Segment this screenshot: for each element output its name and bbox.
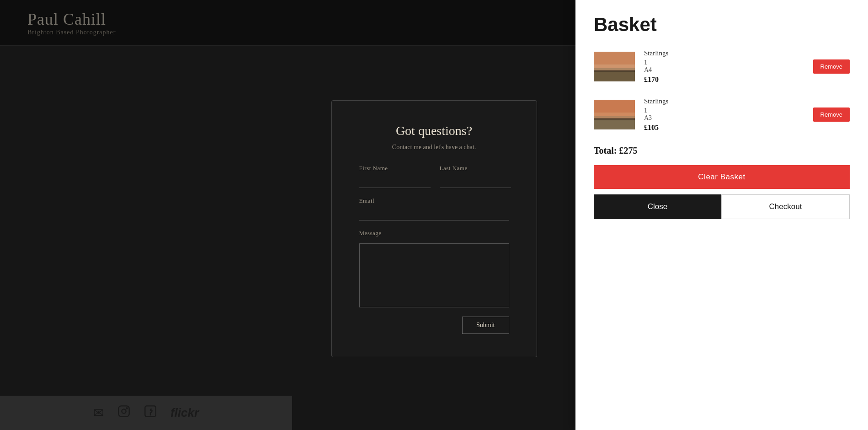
first-name-group: First Name [359, 165, 431, 188]
last-name-group: Last Name [440, 165, 511, 188]
basket-item: Starlings 1 A3 £105 Remove [594, 97, 850, 132]
flickr-icon[interactable]: flickr [170, 406, 199, 420]
starlings-a3-image [594, 100, 635, 129]
message-row: Message [359, 230, 509, 307]
basket-item-quantity: 1 [644, 59, 804, 66]
email-input[interactable] [359, 207, 509, 220]
basket-actions: Close Checkout [594, 194, 850, 219]
basket-item-size: A4 [644, 66, 804, 74]
checkout-button[interactable]: Checkout [721, 194, 850, 219]
basket-item-details: Starlings 1 A3 £105 [644, 97, 804, 132]
basket-item-price: £170 [644, 75, 804, 84]
first-name-label: First Name [359, 165, 431, 172]
site-branding: Paul Cahill Brighton Based Photographer [27, 10, 116, 36]
svg-point-1 [122, 409, 126, 413]
last-name-input[interactable] [440, 175, 511, 188]
basket-title: Basket [594, 14, 850, 36]
email-icon[interactable]: ✉ [93, 405, 104, 420]
basket-item: Starlings 1 A4 £170 Remove [594, 49, 850, 84]
basket-panel: Basket Starlings 1 A4 £170 Remove [575, 0, 868, 430]
starlings-a4-image [594, 52, 635, 81]
message-group: Message [359, 230, 509, 307]
basket-item-name: Starlings [644, 97, 804, 105]
basket-item-name: Starlings [644, 49, 804, 57]
email-label: Email [359, 197, 509, 204]
instagram-icon[interactable] [117, 405, 130, 421]
site-title: Paul Cahill [27, 10, 116, 29]
basket-item-size: A3 [644, 114, 804, 122]
basket-item-details: Starlings 1 A4 £170 [644, 49, 804, 84]
message-label: Message [359, 230, 509, 237]
close-button[interactable]: Close [594, 194, 721, 219]
email-row: Email [359, 197, 509, 220]
svg-rect-0 [118, 406, 129, 416]
facebook-icon[interactable] [144, 405, 157, 421]
email-group: Email [359, 197, 509, 220]
submit-button[interactable]: Submit [462, 317, 509, 334]
form-subtitle: Contact me and let's have a chat. [359, 144, 509, 151]
remove-item-button[interactable]: Remove [813, 59, 850, 74]
svg-rect-11 [594, 118, 635, 120]
name-row: First Name Last Name [359, 165, 509, 188]
svg-rect-7 [594, 70, 635, 72]
basket-items-list: Starlings 1 A4 £170 Remove Starlings 1 A… [594, 49, 850, 132]
contact-form-container: Got questions? Contact me and let's have… [331, 100, 537, 357]
first-name-input[interactable] [359, 175, 431, 188]
message-input[interactable] [359, 243, 509, 307]
basket-item-price: £105 [644, 124, 804, 132]
last-name-label: Last Name [440, 165, 511, 172]
clear-basket-button[interactable]: Clear Basket [594, 165, 850, 189]
footer: ✉ flickr [0, 396, 292, 430]
form-title: Got questions? [359, 124, 509, 138]
basket-total: Total: £275 [594, 145, 850, 156]
remove-item-button[interactable]: Remove [813, 108, 850, 122]
basket-item-quantity: 1 [644, 107, 804, 114]
svg-point-2 [126, 408, 127, 408]
site-subtitle: Brighton Based Photographer [27, 29, 116, 36]
